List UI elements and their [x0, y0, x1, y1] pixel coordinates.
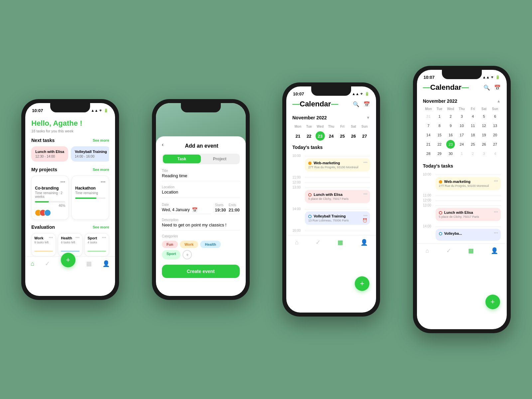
month-collapse[interactable]: ▲ [497, 99, 501, 103]
nav-home-icon[interactable]: ⌂ [425, 247, 429, 254]
tab-project[interactable]: Project [201, 155, 239, 163]
month-day[interactable]: 20 [491, 131, 499, 139]
month-day-today[interactable]: 23 [446, 140, 455, 149]
month-day[interactable]: 24 [458, 140, 466, 149]
nav-check-icon[interactable]: ✓ [45, 260, 50, 267]
see-more-tasks[interactable]: See more [93, 138, 109, 142]
week-date-today[interactable]: 23 [316, 131, 325, 141]
create-event-button[interactable]: Create event [162, 265, 240, 278]
title-field[interactable]: Reading time [162, 173, 240, 181]
cat-add-button[interactable]: + [183, 250, 192, 259]
month-day[interactable]: 15 [435, 131, 444, 139]
month-day[interactable]: 1 [458, 149, 466, 158]
week-date[interactable]: 21 [293, 131, 303, 141]
nav-profile-icon[interactable]: 👤 [102, 260, 110, 267]
event-lunch[interactable]: Lunch with Elisa 5 place de Clichy, 7501… [305, 190, 370, 203]
event-menu[interactable]: ••• [494, 210, 498, 214]
month-day[interactable]: 3 [458, 112, 466, 121]
month-day[interactable]: 5 [480, 112, 488, 121]
event-menu[interactable]: ••• [363, 192, 368, 197]
week-date[interactable]: 27 [360, 131, 369, 141]
month-day[interactable]: 14 [424, 131, 433, 139]
month-day[interactable]: 4 [468, 112, 477, 121]
date-field[interactable]: Wed, 4 January [162, 207, 190, 212]
event-menu[interactable]: ••• [363, 160, 368, 165]
week-date[interactable]: 26 [349, 131, 358, 141]
tab-task[interactable]: Task [163, 155, 201, 163]
event-menu[interactable]: ••• [494, 179, 498, 184]
task-card-volleyball[interactable]: Volleyball Training 14:00 - 16:00 [71, 146, 109, 162]
month-day[interactable]: 9 [446, 121, 455, 130]
nav-cal-icon[interactable]: ▦ [337, 239, 343, 246]
nav-cal-icon[interactable]: ▦ [86, 260, 92, 267]
eval-work[interactable]: ••• Work 9 tasks left [31, 233, 56, 256]
month-day[interactable]: 16 [446, 131, 455, 139]
month-day[interactable]: 11 [468, 121, 477, 130]
project-hackathon[interactable]: ••• Hackathon Time remaining [71, 176, 109, 220]
month-day[interactable]: 1 [435, 112, 444, 121]
fab-add[interactable]: + [485, 295, 500, 309]
month-day[interactable]: 27 [491, 140, 499, 149]
project-menu[interactable]: ••• [75, 179, 105, 185]
nav-profile-icon[interactable]: 👤 [491, 247, 498, 254]
location-field[interactable]: Location [162, 190, 240, 198]
event-lunch[interactable]: Lunch with Elisa 5 place de Clichy, 7501… [436, 208, 501, 221]
nav-profile-icon[interactable]: 👤 [360, 239, 368, 246]
nav-cal-icon[interactable]: ▦ [468, 247, 474, 254]
desc-field[interactable]: Need to get on point my classics ! [162, 222, 240, 230]
month-day[interactable]: 17 [458, 131, 466, 139]
event-volleyball[interactable]: Volleyball Training 13 Rue Lobineau, 750… [305, 211, 370, 225]
see-more-eval[interactable]: See more [93, 225, 109, 229]
see-more-projects[interactable]: See more [93, 168, 109, 172]
cat-fun[interactable]: Fun [162, 241, 178, 248]
event-menu[interactable]: ••• [363, 213, 368, 218]
month-day[interactable]: 26 [480, 140, 488, 149]
month-day[interactable]: 4 [491, 149, 499, 158]
project-menu[interactable]: ••• [35, 179, 65, 185]
month-day[interactable]: 29 [435, 149, 444, 158]
search-icon[interactable]: 🔍 [483, 84, 490, 91]
cat-sport[interactable]: Sport [162, 250, 181, 259]
month-day[interactable]: 7 [424, 121, 433, 130]
month-day[interactable]: 25 [468, 140, 477, 149]
month-day[interactable]: 28 [424, 149, 433, 158]
event-webmarketing[interactable]: Web-marketing 27T Rue du Progrès, 93100 … [436, 177, 501, 190]
week-date[interactable]: 24 [327, 131, 336, 141]
eval-sport[interactable]: ••• Sport 4 tasks [84, 233, 109, 256]
calendar-icon[interactable]: 📅 [494, 84, 501, 91]
fab-add[interactable]: + [61, 253, 75, 267]
search-icon[interactable]: 🔍 [353, 101, 359, 107]
task-card-lunch[interactable]: Lunch with Elisa 12:30 - 14:00 [31, 146, 68, 162]
month-day[interactable]: 2 [468, 149, 477, 158]
month-day[interactable]: 6 [491, 112, 499, 121]
nav-check-icon[interactable]: ✓ [446, 247, 451, 254]
calendar-icon[interactable]: 📅 [363, 101, 370, 107]
week-date[interactable]: 25 [338, 131, 347, 141]
month-day[interactable]: 21 [424, 140, 433, 149]
event-menu[interactable]: ••• [494, 231, 498, 235]
event-volleyball[interactable]: Volleyba... ••• [436, 229, 501, 241]
month-dropdown[interactable]: ▼ [366, 115, 370, 120]
cat-health[interactable]: Health [200, 241, 221, 248]
nav-check-icon[interactable]: ✓ [316, 239, 321, 246]
month-day[interactable]: 10 [458, 121, 466, 130]
starts-field[interactable]: 19:30 [215, 207, 226, 214]
month-day[interactable]: 8 [435, 121, 444, 130]
event-webmarketing[interactable]: Web-marketing 27T Rue du Progrès, 93100 … [305, 158, 370, 172]
nav-home-icon[interactable]: ⌂ [31, 260, 34, 267]
month-day[interactable]: 2 [446, 112, 455, 121]
month-day[interactable]: 30 [446, 149, 455, 158]
month-day[interactable]: 31 [424, 112, 433, 121]
cat-work[interactable]: Work [180, 241, 198, 248]
month-day[interactable]: 3 [480, 149, 488, 158]
month-day[interactable]: 18 [468, 131, 477, 139]
nav-home-icon[interactable]: ⌂ [295, 239, 299, 246]
month-day[interactable]: 12 [480, 121, 488, 130]
week-date[interactable]: 22 [304, 131, 314, 141]
month-day[interactable]: 13 [491, 121, 499, 130]
month-day[interactable]: 22 [435, 140, 444, 149]
month-day[interactable]: 19 [480, 131, 488, 139]
ends-field[interactable]: 21:00 [229, 207, 240, 214]
project-cobranding[interactable]: ••• Co-branding Time remaining : 2 weeks… [31, 176, 69, 220]
fab-add[interactable]: + [355, 276, 369, 291]
